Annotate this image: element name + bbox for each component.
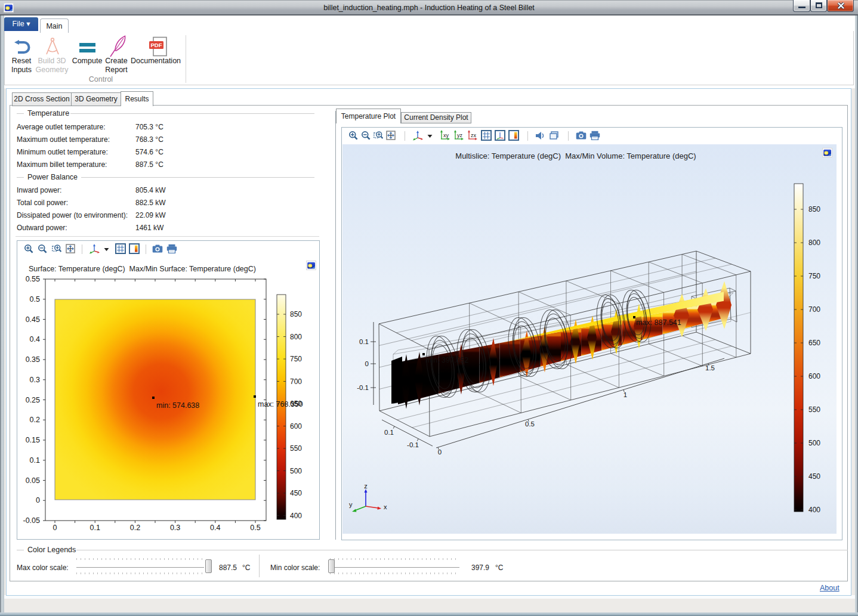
svg-text:0.4: 0.4	[30, 335, 40, 343]
svg-text:0.1: 0.1	[30, 456, 40, 465]
svg-text:max: 768.350: max: 768.350	[258, 400, 303, 408]
svg-text:400: 400	[290, 512, 302, 520]
svg-text:750: 750	[808, 272, 820, 280]
svg-text:min: 574.638: min: 574.638	[156, 401, 199, 410]
svg-text:z: z	[364, 482, 368, 490]
svg-text:850: 850	[808, 205, 820, 213]
svg-text:550: 550	[290, 444, 302, 453]
svg-text:max: 887.541: max: 887.541	[636, 318, 681, 327]
svg-text:-0.1: -0.1	[407, 441, 419, 448]
svg-text:yz: yz	[457, 132, 463, 138]
svg-text:Surface: Temperature (degC) M: Surface: Temperature (degC) Max/Min Surf…	[29, 265, 256, 273]
svg-text:zx: zx	[471, 132, 477, 138]
svg-text:400: 400	[808, 506, 820, 514]
svg-text:0.55: 0.55	[26, 275, 40, 283]
svg-text:0: 0	[438, 448, 442, 456]
svg-text:0.05: 0.05	[26, 476, 40, 485]
svg-text:Multislice: Temperature (degC): Multislice: Temperature (degC) Max/Min V…	[455, 151, 696, 160]
svg-text:min: 397.852: min: 397.852	[425, 356, 468, 364]
svg-text:0.4: 0.4	[210, 524, 220, 532]
svg-text:0.2: 0.2	[30, 416, 40, 424]
svg-text:1.5: 1.5	[705, 364, 715, 372]
svg-text:0.25: 0.25	[26, 396, 40, 404]
svg-text:450: 450	[290, 489, 302, 497]
svg-text:0.3: 0.3	[170, 524, 180, 532]
svg-text:0.1: 0.1	[359, 338, 369, 345]
svg-text:700: 700	[290, 377, 302, 386]
svg-text:-0.05: -0.05	[23, 516, 41, 525]
svg-text:0.1: 0.1	[384, 429, 394, 436]
svg-text:600: 600	[290, 422, 302, 431]
svg-text:750: 750	[290, 355, 302, 363]
svg-text:x: x	[384, 503, 387, 510]
svg-text:0: 0	[365, 360, 369, 367]
svg-text:800: 800	[290, 333, 302, 341]
svg-text:450: 450	[808, 472, 820, 481]
svg-text:500: 500	[290, 467, 302, 475]
svg-text:0.5: 0.5	[525, 420, 535, 428]
svg-text:600: 600	[808, 372, 820, 380]
svg-text:0.5: 0.5	[30, 295, 40, 304]
svg-text:0.35: 0.35	[26, 355, 40, 364]
svg-text:0.3: 0.3	[30, 376, 40, 384]
svg-text:850: 850	[290, 310, 302, 318]
svg-text:0.1: 0.1	[90, 524, 100, 532]
svg-text:700: 700	[808, 305, 820, 314]
svg-text:0.2: 0.2	[130, 524, 140, 532]
svg-text:800: 800	[808, 239, 820, 247]
svg-text:0.15: 0.15	[26, 436, 40, 444]
svg-text:0: 0	[36, 496, 40, 504]
svg-text:500: 500	[808, 439, 820, 447]
svg-text:650: 650	[808, 339, 820, 347]
svg-text:-0.1: -0.1	[357, 384, 369, 391]
svg-text:1: 1	[624, 391, 627, 398]
svg-text:y: y	[349, 501, 353, 508]
svg-text:0.45: 0.45	[26, 315, 40, 324]
svg-text:0: 0	[53, 524, 57, 532]
svg-text:0.5: 0.5	[250, 524, 260, 532]
svg-text:PDF: PDF	[151, 42, 162, 48]
svg-text:xy: xy	[443, 132, 449, 138]
svg-text:550: 550	[808, 405, 820, 414]
